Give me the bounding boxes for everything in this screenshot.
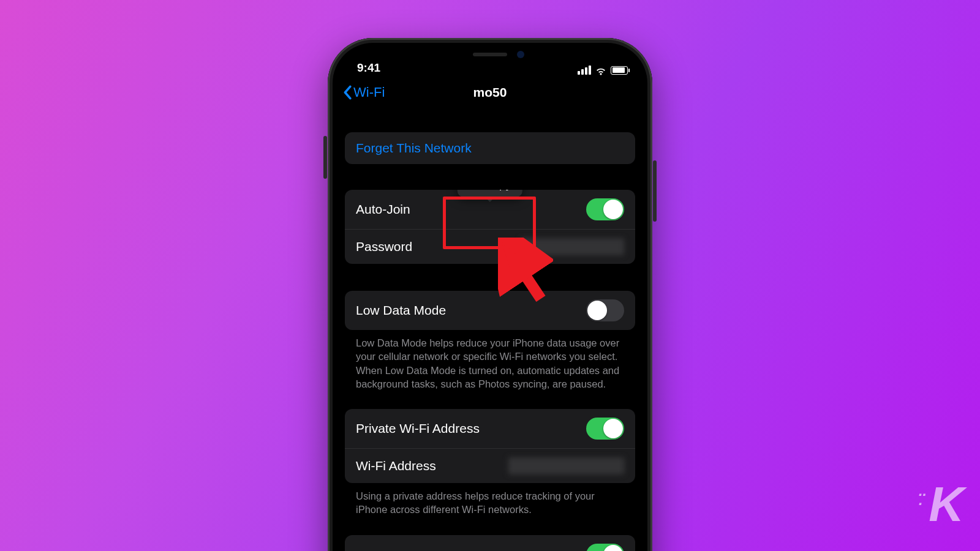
copy-icon <box>469 190 480 190</box>
password-row[interactable]: Password <box>345 229 635 264</box>
partial-toggle[interactable] <box>586 544 624 551</box>
group-private-wifi: Private Wi-Fi Address Wi-Fi Address <box>345 409 635 483</box>
wifi-icon <box>595 66 607 75</box>
wifi-address-label: Wi-Fi Address <box>356 459 436 473</box>
group-forget: Forget This Network <box>345 132 635 164</box>
status-time: 9:41 <box>357 61 380 75</box>
watermark-k: ∙∙∙ K <box>918 476 962 533</box>
auto-join-row: Auto-Join Copy <box>345 190 635 229</box>
battery-icon <box>611 66 628 75</box>
wifi-address-row[interactable]: Wi-Fi Address <box>345 448 635 483</box>
password-value-blurred <box>520 238 624 255</box>
forget-network-label: Forget This Network <box>356 141 472 156</box>
forget-network-button[interactable]: Forget This Network <box>345 132 635 164</box>
back-button[interactable]: Wi-Fi <box>342 84 385 100</box>
navigation-bar: Wi-Fi mo50 <box>334 76 646 109</box>
copy-popover[interactable]: Copy <box>458 190 522 197</box>
private-wifi-toggle[interactable] <box>586 418 624 440</box>
notch <box>423 44 557 65</box>
auto-join-toggle[interactable] <box>586 198 624 220</box>
wifi-address-value-blurred <box>508 457 624 474</box>
phone-frame: 9:41 Wi-Fi mo50 Forget This Network <box>328 38 652 551</box>
group-partial <box>345 535 635 551</box>
auto-join-label: Auto-Join <box>356 202 410 217</box>
chevron-left-icon <box>342 85 352 100</box>
private-wifi-row: Private Wi-Fi Address <box>345 409 635 448</box>
group-low-data: Low Data Mode <box>345 291 635 330</box>
password-label: Password <box>356 239 412 254</box>
low-data-mode-row: Low Data Mode <box>345 291 635 330</box>
cellular-signal-icon <box>578 66 591 75</box>
low-data-mode-footer: Low Data Mode helps reduce your iPhone d… <box>345 330 635 391</box>
low-data-mode-label: Low Data Mode <box>356 303 446 318</box>
private-wifi-label: Private Wi-Fi Address <box>356 421 480 436</box>
group-autojoin-password: Auto-Join Copy Password <box>345 190 635 264</box>
back-label: Wi-Fi <box>353 84 385 100</box>
partial-label <box>356 547 360 551</box>
copy-label: Copy <box>484 190 511 191</box>
partial-row <box>345 535 635 551</box>
low-data-mode-toggle[interactable] <box>586 299 624 321</box>
private-wifi-footer: Using a private address helps reduce tra… <box>345 483 635 517</box>
phone-screen: 9:41 Wi-Fi mo50 Forget This Network <box>334 44 646 551</box>
